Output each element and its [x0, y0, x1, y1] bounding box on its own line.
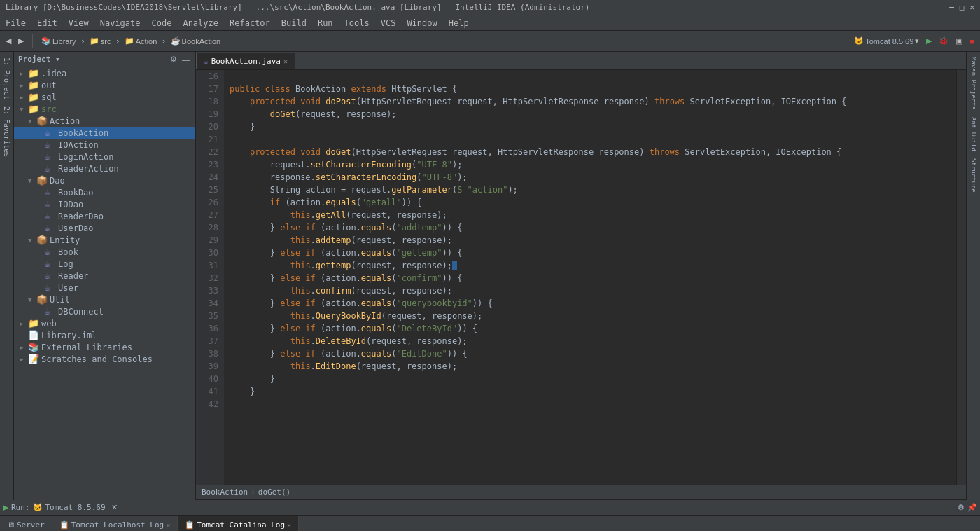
- menu-view[interactable]: View: [63, 17, 94, 29]
- bottom-tabs: 🖥 Server 📋 Tomcat Localhost Log ✕ 📋 Tomc…: [0, 516, 980, 531]
- library-btn[interactable]: 📚 Library: [38, 35, 79, 47]
- code-editor[interactable]: public class BookAction extends HttpServ…: [224, 70, 956, 485]
- favorites-vertical-label[interactable]: 2: Favorites: [1, 104, 12, 160]
- tree-item-idea[interactable]: ▶ 📁 .idea: [14, 67, 195, 79]
- tree-label: .idea: [41, 69, 66, 78]
- breadcrumb-sep3: ›: [161, 36, 166, 46]
- tree-arrow: ▼: [28, 296, 36, 303]
- project-panel: Project ▾ ⚙ — ▶ 📁 .idea ▶ 📁 out ▶ 📁 sql …: [14, 52, 196, 500]
- breadcrumb-sep2: ›: [115, 36, 120, 46]
- tree-item-web[interactable]: ▶ 📁 web: [14, 317, 195, 329]
- maven-icon[interactable]: Maven Projects: [968, 55, 979, 112]
- tree-item-external-libs[interactable]: ▶ 📚 External Libraries: [14, 341, 195, 353]
- tree-item-readeraction[interactable]: ☕ ReaderAction: [14, 163, 195, 174]
- tree-item-out[interactable]: ▶ 📁 out: [14, 79, 195, 91]
- run-btn[interactable]: ▶: [923, 35, 934, 47]
- tree-item-dao[interactable]: ▼ 📦 Dao: [14, 174, 195, 186]
- tree-item-book[interactable]: ☕ Book: [14, 246, 195, 258]
- menu-tools[interactable]: Tools: [339, 17, 375, 29]
- menu-vcs[interactable]: VCS: [375, 17, 402, 29]
- left-sidebar-icons: 1: Project 2: Favorites: [0, 52, 14, 500]
- package-icon: 📦: [36, 116, 48, 126]
- tree-label: User: [58, 283, 78, 293]
- tree-item-library-iml[interactable]: 📄 Library.iml: [14, 329, 195, 341]
- localhost-log-close-btn[interactable]: ✕: [166, 521, 170, 529]
- project-header-left: Project ▾: [18, 55, 60, 64]
- bottom-tab-localhost-log[interactable]: 📋 Tomcat Localhost Log ✕: [52, 516, 178, 532]
- forward-btn[interactable]: ▶: [15, 35, 27, 47]
- bottom-tab-server[interactable]: 🖥 Server: [0, 516, 52, 532]
- bottom-tab-catalina-log[interactable]: 📋 Tomcat Catalina Log ✕: [178, 516, 299, 532]
- tree-item-scratches[interactable]: ▶ 📝 Scratches and Consoles: [14, 353, 195, 365]
- action-btn[interactable]: 📁 Action: [122, 35, 160, 47]
- breadcrumb-sep: ›: [251, 488, 255, 497]
- project-settings-btn[interactable]: ⚙: [169, 54, 178, 64]
- tree-label: BookDao: [58, 188, 94, 198]
- tree-label: UserDao: [58, 223, 94, 233]
- menu-navigate[interactable]: Navigate: [94, 17, 146, 29]
- debug-btn[interactable]: 🐞: [936, 35, 951, 47]
- tree-item-userdao[interactable]: ☕ UserDao: [14, 222, 195, 234]
- stop-btn[interactable]: ■: [967, 36, 977, 47]
- catalina-log-icon: 📋: [185, 520, 195, 530]
- run-pin-btn[interactable]: 📌: [967, 503, 977, 512]
- menu-file[interactable]: File: [0, 17, 31, 29]
- ant-icon[interactable]: Ant Build: [968, 115, 979, 153]
- menu-code[interactable]: Code: [146, 17, 178, 29]
- action-folder-icon: 📁: [125, 36, 134, 46]
- java-file-icon: ☕: [45, 211, 56, 221]
- java-file-icon: ☕: [45, 247, 56, 257]
- tree-item-iodao[interactable]: ☕ IODao: [14, 198, 195, 210]
- project-vertical-label[interactable]: 1: Project: [1, 55, 12, 102]
- src-btn[interactable]: 📁 src: [87, 35, 114, 47]
- run-settings-btn[interactable]: ⚙: [958, 503, 965, 512]
- tree-arrow: ▶: [20, 356, 28, 363]
- menu-edit[interactable]: Edit: [31, 17, 63, 29]
- titlebar-controls: ─ □ ✕: [949, 3, 974, 12]
- tree-item-util[interactable]: ▼ 📦 Util: [14, 294, 195, 305]
- tree-item-log[interactable]: ☕ Log: [14, 258, 195, 270]
- menu-build[interactable]: Build: [276, 17, 312, 29]
- menu-refactor[interactable]: Refactor: [224, 17, 276, 29]
- tree-item-readerdao[interactable]: ☕ ReaderDao: [14, 210, 195, 222]
- tree-item-dbconnect[interactable]: ☕ DBConnect: [14, 305, 195, 317]
- tree-item-bookaction[interactable]: ☕ BookAction: [14, 127, 195, 139]
- tree-label: Library.iml: [41, 331, 97, 340]
- run-close-btn[interactable]: ✕: [111, 503, 118, 512]
- bookaction-btn[interactable]: ☕ BookAction: [168, 35, 224, 47]
- tab-close-btn[interactable]: ✕: [284, 57, 288, 65]
- editor-scrollbar[interactable]: [956, 70, 966, 485]
- maximize-btn[interactable]: □: [960, 3, 965, 12]
- tree-item-bookdao[interactable]: ☕ BookDao: [14, 186, 195, 198]
- tree-item-loginaction[interactable]: ☕ LoginAction: [14, 151, 195, 163]
- tree-item-reader[interactable]: ☕ Reader: [14, 270, 195, 282]
- toolbar-nav: ◀ ▶: [3, 35, 27, 47]
- tree-item-entity[interactable]: ▼ 📦 Entity: [14, 234, 195, 246]
- tree-label: LoginAction: [58, 152, 113, 162]
- tree-item-ioaction[interactable]: ☕ IOAction: [14, 139, 195, 151]
- back-btn[interactable]: ◀: [3, 35, 14, 47]
- catalina-log-close-btn[interactable]: ✕: [287, 521, 291, 529]
- breadcrumb-bookaction[interactable]: BookAction: [202, 488, 248, 497]
- editor-tab-bookaction[interactable]: ☕ BookAction.java ✕: [196, 53, 295, 69]
- menu-analyze[interactable]: Analyze: [177, 17, 224, 29]
- tree-label: DBConnect: [58, 307, 104, 317]
- package-icon: 📦: [36, 235, 48, 245]
- project-collapse-btn[interactable]: —: [181, 54, 191, 64]
- tree-item-action[interactable]: ▼ 📦 Action: [14, 115, 195, 127]
- tree-item-sql[interactable]: ▶ 📁 sql: [14, 91, 195, 103]
- run-restart-btn[interactable]: ▶: [3, 503, 8, 512]
- close-btn[interactable]: ✕: [969, 3, 974, 12]
- structure-icon[interactable]: Structure: [968, 156, 979, 195]
- breadcrumb-doget[interactable]: doGet(): [258, 488, 290, 497]
- run-with-coverage-btn[interactable]: ▣: [953, 35, 965, 47]
- menu-run[interactable]: Run: [312, 17, 339, 29]
- run-config-btn[interactable]: 🐱 Tomcat 8.5.69 ▾: [851, 35, 922, 47]
- java-file-icon: ☕: [45, 127, 56, 138]
- minimize-btn[interactable]: ─: [949, 3, 954, 12]
- menu-help[interactable]: Help: [443, 17, 475, 29]
- tree-item-user[interactable]: ☕ User: [14, 282, 195, 294]
- menu-window[interactable]: Window: [401, 17, 442, 29]
- tree-item-src[interactable]: ▼ 📁 src: [14, 103, 195, 115]
- src-folder-icon: 📁: [90, 36, 99, 46]
